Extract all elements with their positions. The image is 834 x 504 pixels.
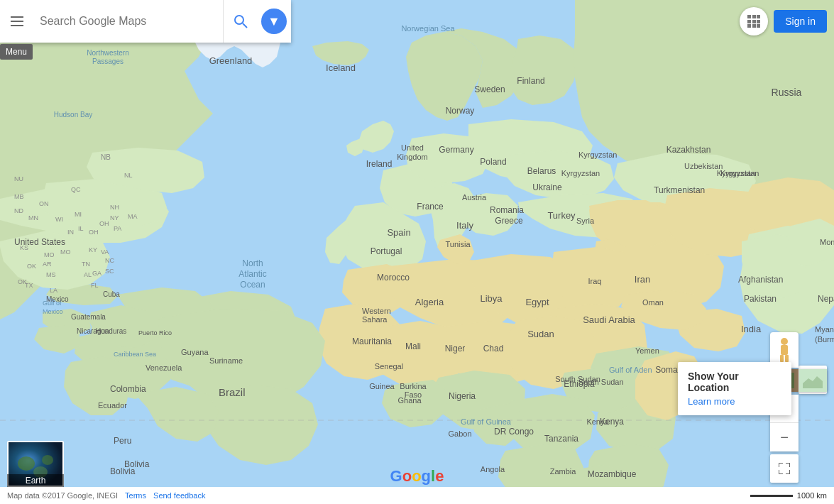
svg-text:Syria: Syria: [576, 217, 595, 225]
search-bar: ▼: [0, 0, 291, 43]
svg-text:Venezuela: Venezuela: [146, 363, 182, 372]
svg-text:Chad: Chad: [483, 344, 504, 354]
send-feedback-link[interactable]: Send feedback: [153, 491, 205, 500]
svg-text:Spain: Spain: [387, 227, 410, 238]
svg-text:Gulf of Guinea: Gulf of Guinea: [461, 417, 512, 426]
svg-text:Western: Western: [362, 307, 391, 315]
svg-text:Kyrgyzstan: Kyrgyzstan: [561, 169, 600, 177]
svg-text:Brazil: Brazil: [219, 386, 246, 398]
svg-text:GA: GA: [92, 270, 101, 277]
svg-line-146: [243, 23, 247, 28]
svg-text:Guatemala: Guatemala: [71, 313, 106, 321]
svg-text:Burkina: Burkina: [400, 382, 427, 390]
svg-text:Turkey: Turkey: [547, 210, 576, 221]
svg-text:MN: MN: [28, 214, 38, 221]
svg-text:Iran: Iran: [635, 274, 650, 285]
svg-rect-154: [752, 24, 756, 28]
svg-text:Angola: Angola: [481, 465, 505, 473]
svg-point-175: [42, 455, 53, 465]
svg-rect-152: [757, 20, 760, 23]
svg-text:Peru: Peru: [114, 436, 131, 446]
directions-icon: ▼: [261, 9, 287, 34]
svg-text:OK: OK: [27, 263, 36, 270]
svg-text:Suriname: Suriname: [209, 356, 243, 365]
svg-text:OK: OK: [18, 278, 27, 285]
google-g: G: [390, 467, 402, 485]
svg-text:MA: MA: [128, 213, 138, 220]
svg-text:Mexico: Mexico: [46, 295, 69, 303]
apps-button[interactable]: [740, 7, 768, 35]
svg-text:France: France: [417, 202, 444, 212]
svg-point-162: [781, 338, 788, 345]
search-input[interactable]: [34, 0, 223, 43]
directions-button[interactable]: ▼: [257, 0, 291, 43]
svg-text:QC: QC: [71, 186, 81, 193]
svg-text:Ireland: Ireland: [366, 159, 393, 169]
svg-text:AL: AL: [84, 271, 92, 278]
svg-text:NC: NC: [105, 257, 114, 264]
svg-text:Algeria: Algeria: [415, 297, 444, 307]
top-right-controls: Sign in: [740, 7, 827, 35]
svg-text:Kyrgyzstan: Kyrgyzstan: [578, 150, 617, 159]
svg-text:Saudi Arabia: Saudi Arabia: [583, 314, 635, 325]
svg-text:MO: MO: [60, 248, 71, 256]
svg-rect-151: [752, 20, 756, 23]
svg-rect-144: [11, 25, 23, 26]
svg-text:IL: IL: [78, 225, 84, 232]
svg-text:Puerto Rico: Puerto Rico: [138, 329, 172, 336]
terms-link[interactable]: Terms: [125, 491, 146, 500]
svg-text:NB: NB: [101, 153, 111, 161]
svg-rect-142: [11, 16, 23, 18]
map-type-terrain-button[interactable]: [799, 369, 827, 392]
expand-button[interactable]: [770, 454, 799, 483]
svg-text:Atlantic: Atlantic: [238, 269, 266, 279]
svg-text:OH: OH: [99, 220, 109, 227]
svg-rect-163: [781, 345, 788, 355]
svg-rect-155: [757, 24, 760, 28]
svg-text:TN: TN: [82, 261, 90, 268]
svg-text:Oman: Oman: [642, 298, 664, 307]
svg-text:Iceland: Iceland: [326, 62, 356, 73]
location-learn-more-link[interactable]: Learn more: [688, 396, 781, 407]
svg-text:OH: OH: [89, 229, 99, 236]
svg-text:IN: IN: [67, 229, 74, 236]
sign-in-button[interactable]: Sign in: [774, 10, 827, 33]
svg-text:Iraq: Iraq: [588, 277, 602, 285]
svg-text:Portugal: Portugal: [371, 246, 402, 256]
svg-text:NH: NH: [110, 204, 119, 211]
svg-point-145: [235, 16, 243, 24]
svg-text:Poland: Poland: [480, 157, 506, 167]
expand-icon: [779, 463, 790, 474]
bottom-bar: Map data ©2017 Google, INEGI Terms Send …: [0, 487, 834, 504]
svg-text:Norwegian Sea: Norwegian Sea: [401, 24, 455, 33]
svg-text:Sweden: Sweden: [474, 84, 505, 94]
svg-text:North: North: [242, 258, 263, 268]
svg-text:Bolivia: Bolivia: [110, 466, 136, 476]
menu-button[interactable]: [0, 0, 34, 43]
svg-text:Sudan: Sudan: [527, 329, 554, 339]
svg-text:Germany: Germany: [439, 145, 473, 155]
svg-text:Northwestern: Northwestern: [87, 49, 128, 57]
svg-text:Kyrgyzstan: Kyrgyzstan: [720, 169, 759, 177]
svg-text:Kenya: Kenya: [600, 417, 624, 427]
svg-text:Cuba: Cuba: [103, 290, 120, 298]
svg-text:Austria: Austria: [462, 193, 487, 202]
search-button[interactable]: [223, 0, 257, 43]
svg-text:Mozambique: Mozambique: [588, 469, 637, 479]
svg-text:Egypt: Egypt: [525, 297, 549, 307]
svg-text:Guinea: Guinea: [369, 382, 395, 390]
svg-text:Turkmenistan: Turkmenistan: [654, 185, 705, 195]
svg-text:Romania: Romania: [490, 205, 524, 215]
zoom-out-button[interactable]: −: [770, 423, 799, 451]
map-container[interactable]: Norwegian Sea Greenland Iceland Hudson B…: [0, 0, 834, 504]
svg-text:Ecuador: Ecuador: [98, 401, 127, 410]
svg-text:ND: ND: [14, 207, 23, 214]
svg-text:Yemen: Yemen: [635, 346, 659, 355]
map-data-label: Map data ©2017 Google, INEGI: [7, 491, 118, 500]
svg-text:DR Congo: DR Congo: [494, 427, 534, 437]
svg-text:NL: NL: [124, 172, 133, 179]
svg-text:MI: MI: [75, 211, 82, 218]
menu-tooltip: Menu: [0, 44, 33, 60]
svg-text:Mauritania: Mauritania: [352, 336, 392, 346]
hamburger-icon: [11, 16, 23, 26]
